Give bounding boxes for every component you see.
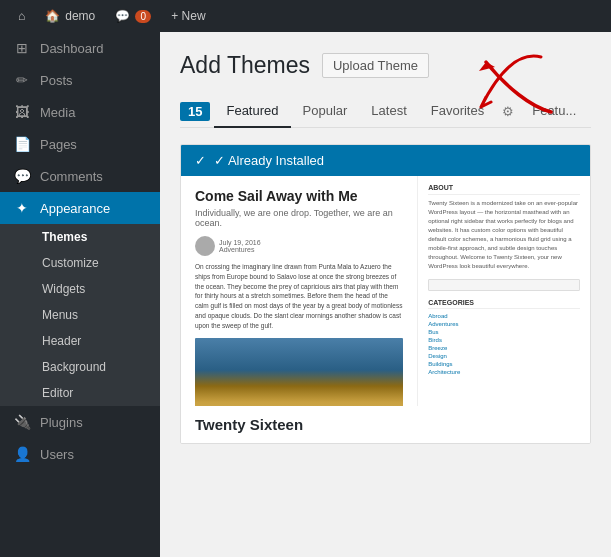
themes-label: Themes [42, 230, 87, 244]
page-title: Add Themes [180, 52, 310, 79]
theme-category-design: Design [428, 353, 580, 359]
check-icon: ✓ [195, 153, 206, 168]
appearance-submenu: Themes Customize Widgets Menus Header Ba… [0, 224, 160, 406]
site-name: demo [65, 9, 95, 23]
sidebar-item-plugins[interactable]: 🔌 Plugins [0, 406, 160, 438]
pages-icon: 📄 [12, 136, 32, 152]
tab-popular[interactable]: Popular [291, 95, 360, 128]
theme-author-info: July 19, 2016 Adventures [219, 239, 261, 253]
themes-tabs: 15 Featured Popular Latest Favorites ⚙ F… [180, 95, 591, 128]
author-name: Adventures [219, 246, 261, 253]
already-installed-label: ✓ Already Installed [214, 153, 324, 168]
tab-latest[interactable]: Latest [359, 95, 418, 128]
theme-right-content: ABOUT Twenty Sixteen is a modernized tak… [418, 176, 590, 406]
site-icon: 🏠 [45, 9, 60, 23]
sidebar-item-posts[interactable]: ✏ Posts [0, 64, 160, 96]
editor-label: Editor [42, 386, 73, 400]
sidebar-submenu-background[interactable]: Background [0, 354, 160, 380]
upload-theme-button[interactable]: Upload Theme [322, 53, 429, 78]
tab-favorites[interactable]: Favorites [419, 95, 496, 128]
posts-icon: ✏ [12, 72, 32, 88]
sidebar-item-label: Posts [40, 73, 73, 88]
main-wrapper: ⊞ Dashboard ✏ Posts 🖼 Media 📄 Pages 💬 Co… [0, 32, 611, 557]
sidebar: ⊞ Dashboard ✏ Posts 🖼 Media 📄 Pages 💬 Co… [0, 32, 160, 557]
theme-category-birds: Birds [428, 337, 580, 343]
theme-category-breeze: Breeze [428, 345, 580, 351]
users-icon: 👤 [12, 446, 32, 462]
customize-label: Customize [42, 256, 99, 270]
sidebar-item-pages[interactable]: 📄 Pages [0, 128, 160, 160]
admin-bar-comments[interactable]: 💬 0 [105, 0, 161, 32]
theme-category-bus: Bus [428, 329, 580, 335]
header-label: Header [42, 334, 81, 348]
themes-section: ✓ ✓ Already Installed Come Sail Away wit… [180, 144, 591, 444]
sidebar-submenu-header[interactable]: Header [0, 328, 160, 354]
page-header: Add Themes Upload Theme [180, 52, 591, 79]
new-label: + New [171, 9, 205, 23]
sidebar-submenu-themes[interactable]: Themes [0, 224, 160, 250]
theme-category-buildings: Buildings [428, 361, 580, 367]
sidebar-item-label: Comments [40, 169, 103, 184]
tab-featured[interactable]: Featured [214, 95, 290, 128]
theme-category-adventures: Adventures [428, 321, 580, 327]
tab-feature-filter[interactable]: Featu... [520, 95, 588, 128]
theme-card-footer: Twenty Sixteen [181, 406, 590, 443]
comments-icon: 💬 [12, 168, 32, 184]
sidebar-item-label: Appearance [40, 201, 110, 216]
already-installed-bar: ✓ ✓ Already Installed [181, 145, 590, 176]
theme-blog-title: Come Sail Away with Me [195, 188, 403, 204]
widgets-label: Widgets [42, 282, 85, 296]
sidebar-item-label: Media [40, 105, 75, 120]
admin-bar-site[interactable]: 🏠 demo [35, 0, 105, 32]
background-label: Background [42, 360, 106, 374]
admin-bar-new[interactable]: + New [161, 0, 215, 32]
sidebar-item-appearance[interactable]: ✦ Appearance [0, 192, 160, 224]
feature-filter-gear[interactable]: ⚙ [496, 96, 520, 127]
theme-category-architecture: Architecture [428, 369, 580, 375]
sidebar-item-users[interactable]: 👤 Users [0, 438, 160, 470]
theme-landscape-image [195, 338, 403, 406]
sidebar-item-dashboard[interactable]: ⊞ Dashboard [0, 32, 160, 64]
menus-label: Menus [42, 308, 78, 322]
plugins-icon: 🔌 [12, 414, 32, 430]
content-area: Add Themes Upload Theme 15 Featured Popu… [160, 32, 611, 557]
sidebar-submenu-editor[interactable]: Editor [0, 380, 160, 406]
admin-bar-wp-logo[interactable]: ⌂ [8, 0, 35, 32]
sidebar-submenu-widgets[interactable]: Widgets [0, 276, 160, 302]
themes-count-badge: 15 [180, 102, 210, 121]
admin-bar: ⌂ 🏠 demo 💬 0 + New [0, 0, 611, 32]
theme-about-text: Twenty Sixteen is a modernized take on a… [428, 199, 580, 271]
theme-categories-heading: CATEGORIES [428, 299, 580, 309]
comments-icon: 💬 [115, 9, 130, 23]
theme-category-abroad: Abroad [428, 313, 580, 319]
appearance-icon: ✦ [12, 200, 32, 216]
theme-name: Twenty Sixteen [195, 416, 576, 433]
sidebar-item-label: Pages [40, 137, 77, 152]
theme-left-content: Come Sail Away with Me Individually, we … [181, 176, 418, 406]
theme-about-heading: ABOUT [428, 184, 580, 195]
sidebar-item-media[interactable]: 🖼 Media [0, 96, 160, 128]
dashboard-icon: ⊞ [12, 40, 32, 56]
theme-card-image: Come Sail Away with Me Individually, we … [181, 176, 590, 406]
sidebar-item-label: Dashboard [40, 41, 104, 56]
svg-marker-0 [479, 62, 495, 71]
theme-author-line: July 19, 2016 Adventures [195, 236, 403, 256]
theme-search-box [428, 279, 580, 291]
sidebar-item-label: Users [40, 447, 74, 462]
sidebar-submenu-customize[interactable]: Customize [0, 250, 160, 276]
theme-body-text: On crossing the imaginary line drawn fro… [195, 262, 403, 330]
sidebar-submenu-menus[interactable]: Menus [0, 302, 160, 328]
sidebar-item-label: Plugins [40, 415, 83, 430]
theme-screenshot: Come Sail Away with Me Individually, we … [181, 176, 590, 406]
wp-logo-icon: ⌂ [18, 9, 25, 23]
author-date: July 19, 2016 [219, 239, 261, 246]
sidebar-item-comments[interactable]: 💬 Comments [0, 160, 160, 192]
comments-count: 0 [135, 10, 151, 23]
media-icon: 🖼 [12, 104, 32, 120]
theme-blog-subtitle: Individually, we are one drop. Together,… [195, 208, 403, 228]
theme-avatar [195, 236, 215, 256]
